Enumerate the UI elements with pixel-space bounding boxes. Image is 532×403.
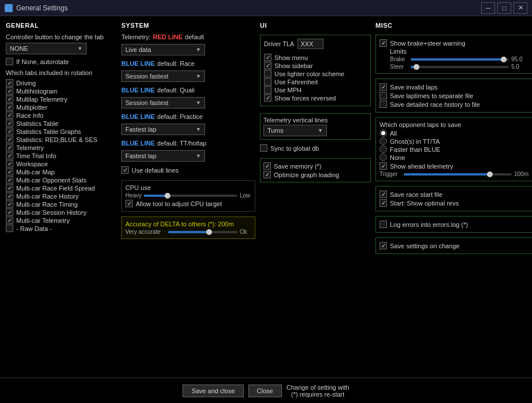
- fastest-lap-2-dropdown[interactable]: Fastest lap ▼: [121, 150, 205, 162]
- tab-label: Multi-car Telemetry: [16, 217, 70, 224]
- allow-tool-label: Allow tool to adjust CPU target: [136, 200, 222, 207]
- show-brake-steer-label: Show brake+steer warning: [390, 40, 466, 47]
- tab-checkbox[interactable]: [6, 200, 13, 208]
- live-data-dropdown[interactable]: Live data ▼: [121, 44, 205, 55]
- driver-tla-label: Driver TLA: [264, 40, 294, 47]
- show-ahead-checkbox[interactable]: [380, 162, 387, 170]
- autorotate-checkbox[interactable]: [6, 58, 13, 65]
- brake-slider-track[interactable]: [411, 58, 509, 61]
- tab-checkbox[interactable]: [6, 120, 13, 127]
- general-header: GENERAL: [6, 22, 117, 29]
- blue-tt-default: default: TT/hotlap: [157, 140, 206, 147]
- mph-label: Use MPH: [274, 87, 302, 94]
- save-settings-checkbox[interactable]: [380, 242, 387, 249]
- save-laptimes-checkbox[interactable]: [380, 92, 387, 99]
- maximize-button[interactable]: □: [497, 2, 511, 14]
- cpu-slider-track[interactable]: [144, 195, 237, 197]
- start-show-optimal-checkbox[interactable]: [380, 199, 387, 207]
- main-content: GENERAL Controller button to change the …: [0, 16, 532, 378]
- opponent-all-row: All: [380, 129, 529, 137]
- tab-checkbox[interactable]: [6, 136, 13, 143]
- bottom-note: Change of setting with (*) requires re-s…: [287, 384, 349, 398]
- driver-tla-row: Driver TLA: [264, 39, 367, 49]
- show-brake-steer-checkbox[interactable]: [380, 39, 387, 47]
- tab-checkbox[interactable]: [6, 103, 13, 111]
- forces-reversed-label: Show forces reversed: [274, 95, 336, 102]
- tab-checkbox[interactable]: [6, 160, 13, 167]
- tab-checkbox[interactable]: [6, 87, 13, 95]
- chevron-down-icon: ▼: [196, 47, 201, 53]
- blue-line-practice: BLUE LINE: [121, 113, 155, 120]
- opponent-faster-radio[interactable]: [380, 145, 387, 153]
- save-invalid-checkbox[interactable]: [380, 83, 387, 91]
- optimize-graph-checkbox[interactable]: [263, 171, 271, 178]
- use-default-lines-label: Use default lines: [132, 167, 178, 174]
- race-start-section: Save race start file Start: Show optimal…: [375, 186, 532, 211]
- session-fastest-1-dropdown[interactable]: Session fastest ▼: [121, 70, 205, 82]
- mph-checkbox[interactable]: [264, 86, 271, 94]
- telemetry-default: default: [185, 33, 204, 40]
- forces-reversed-row: Show forces reversed: [264, 94, 367, 102]
- session-fastest-2-dropdown[interactable]: Session fastest ▼: [121, 97, 205, 109]
- save-laptimes-label: Save laptimes to separate file: [390, 92, 473, 99]
- tab-row: Multiplotter: [6, 103, 117, 111]
- tab-checkbox[interactable]: [6, 176, 13, 184]
- tab-checkbox[interactable]: [6, 168, 13, 176]
- trigger-slider-track[interactable]: [404, 173, 512, 176]
- fahrenheit-row: Use Fahrenheit: [264, 78, 367, 85]
- mph-row: Use MPH: [264, 86, 367, 94]
- tab-checkbox[interactable]: [6, 144, 13, 151]
- driver-tla-input[interactable]: [297, 39, 323, 49]
- minimize-button[interactable]: ─: [481, 2, 495, 14]
- show-sidebar-checkbox[interactable]: [264, 62, 271, 69]
- opponent-none-radio[interactable]: [380, 154, 387, 161]
- steer-slider-track[interactable]: [411, 66, 509, 68]
- controller-dropdown[interactable]: NONE ▼: [6, 43, 87, 54]
- tab-checkbox[interactable]: [6, 192, 13, 200]
- tab-row: Workspace: [6, 160, 117, 167]
- tab-row: Time Trial Info: [6, 152, 117, 159]
- log-errors-label: Log errors into errors.log (*): [390, 221, 468, 228]
- save-race-start-checkbox[interactable]: [380, 191, 387, 198]
- tab-checkbox[interactable]: [6, 79, 13, 87]
- accuracy-slider-track[interactable]: [168, 231, 237, 233]
- forces-reversed-checkbox[interactable]: [264, 94, 271, 102]
- fahrenheit-checkbox[interactable]: [264, 78, 271, 85]
- save-memory-checkbox[interactable]: [263, 162, 271, 170]
- allow-tool-checkbox[interactable]: [125, 200, 133, 207]
- tab-checkbox[interactable]: [6, 208, 13, 216]
- controller-label: Controller button to change the tab: [6, 33, 117, 40]
- save-detailed-checkbox[interactable]: [380, 100, 387, 108]
- tabs-label: Which tabs included in rotation: [6, 69, 117, 76]
- opponent-all-radio[interactable]: [380, 129, 387, 137]
- tab-checkbox[interactable]: [6, 152, 13, 159]
- tab-checkbox[interactable]: [6, 184, 13, 192]
- sync-global-checkbox[interactable]: [260, 144, 267, 152]
- driver-tla-section: Driver TLA Show menu Show sidebar Use li…: [260, 35, 371, 106]
- log-errors-checkbox[interactable]: [380, 221, 387, 228]
- show-menu-checkbox[interactable]: [264, 54, 271, 61]
- fastest-lap-1-dropdown[interactable]: Fastest lap ▼: [121, 124, 205, 135]
- save-race-start-row: Save race start file: [380, 191, 529, 198]
- save-settings-row: Save settings on change: [380, 242, 529, 249]
- turns-dropdown[interactable]: Turns ▼: [263, 125, 327, 136]
- use-default-lines-checkbox[interactable]: [121, 166, 129, 174]
- tab-checkbox[interactable]: [6, 217, 13, 224]
- save-close-button[interactable]: Save and close: [183, 385, 243, 397]
- tab-checkbox[interactable]: [6, 95, 13, 103]
- tab-row: Multi-car Race Field Spread: [6, 184, 117, 192]
- tab-checkbox[interactable]: [6, 128, 13, 135]
- tab-label: - Raw Data -: [16, 225, 52, 232]
- tab-row: Telemetry: [6, 144, 117, 151]
- ui-header: UI: [260, 22, 371, 29]
- system-header: SYSTEM: [121, 22, 255, 29]
- opponent-ghost-radio[interactable]: [380, 137, 387, 145]
- tab-checkbox[interactable]: [6, 111, 13, 119]
- start-show-optimal-label: Start: Show optimal revs: [390, 200, 459, 207]
- close-button[interactable]: ✕: [514, 2, 527, 14]
- general-column: GENERAL Controller button to change the …: [3, 20, 119, 374]
- tab-checkbox[interactable]: [6, 225, 13, 232]
- close-button-bottom[interactable]: Close: [248, 385, 282, 397]
- lighter-color-checkbox[interactable]: [264, 70, 271, 77]
- opponent-laps-section: Which opponent laps to save All Ghost(s)…: [375, 117, 532, 181]
